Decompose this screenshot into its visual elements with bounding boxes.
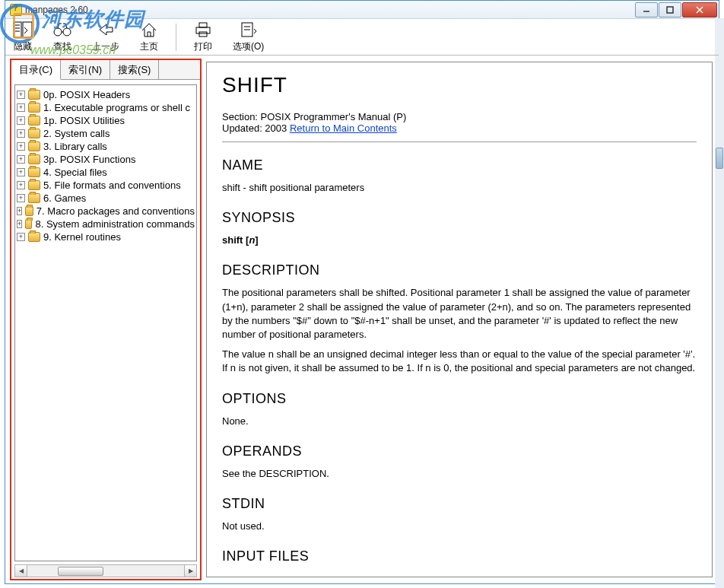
- maximize-button[interactable]: [659, 2, 681, 17]
- tree-label: 8. System administration commands: [35, 218, 195, 230]
- tree-item[interactable]: +4. Special files: [17, 166, 195, 179]
- tree-label: 2. System calls: [43, 128, 110, 139]
- folder-icon: [28, 90, 40, 100]
- expand-icon[interactable]: +: [17, 155, 25, 164]
- svg-point-10: [63, 28, 71, 36]
- scroll-thumb[interactable]: [58, 567, 103, 576]
- synopsis-text: shift [n]: [222, 234, 697, 247]
- expand-icon[interactable]: +: [17, 233, 25, 241]
- page-title: SHIFT: [222, 73, 697, 97]
- home-icon: [139, 21, 159, 39]
- folder-icon: [25, 219, 32, 229]
- help-file-icon: [10, 4, 22, 16]
- svg-rect-5: [23, 22, 32, 37]
- expand-icon[interactable]: +: [17, 91, 25, 99]
- tree-item[interactable]: +5. File formats and conventions: [17, 179, 195, 192]
- tree-item[interactable]: +8. System administration commands: [17, 218, 195, 230]
- folder-icon: [28, 167, 40, 177]
- expand-icon[interactable]: +: [17, 207, 22, 215]
- binoculars-icon: [52, 21, 72, 39]
- tree-item[interactable]: +6. Games: [17, 192, 195, 205]
- outer-scrollbar[interactable]: [715, 18, 724, 588]
- svg-rect-4: [14, 22, 21, 37]
- tree-item[interactable]: +0p. POSIX Headers: [17, 88, 195, 101]
- folder-icon: [28, 103, 40, 113]
- expand-icon[interactable]: +: [17, 129, 25, 138]
- navigation-pane: 目录(C) 索引(N) 搜索(S) +0p. POSIX Headers+1. …: [10, 59, 202, 580]
- folder-icon: [28, 141, 40, 151]
- tree-label: 3. Library calls: [43, 141, 107, 152]
- expand-icon[interactable]: +: [17, 103, 25, 112]
- tab-index[interactable]: 索引(N): [61, 60, 110, 79]
- section-description: DESCRIPTION: [222, 262, 697, 278]
- tree-item[interactable]: +2. System calls: [17, 127, 195, 140]
- toolbar-separator: [176, 24, 176, 51]
- options-icon: [239, 21, 259, 39]
- tab-search[interactable]: 搜索(S): [110, 60, 159, 79]
- tree-label: 5. File formats and conventions: [43, 180, 181, 191]
- return-link[interactable]: Return to Main Contents: [290, 122, 397, 134]
- section-options: OPTIONS: [222, 391, 697, 407]
- folder-icon: [28, 180, 40, 190]
- operands-text: See the DESCRIPTION.: [222, 467, 697, 481]
- svg-rect-12: [196, 27, 210, 33]
- tree-item[interactable]: +7. Macro packages and conventions: [17, 205, 195, 218]
- minimize-button[interactable]: [635, 2, 658, 17]
- expand-icon[interactable]: +: [17, 142, 25, 151]
- tree-label: 6. Games: [43, 192, 86, 204]
- description-p2: The value n shall be an unsigned decimal…: [222, 348, 697, 375]
- home-button[interactable]: 主页: [136, 19, 162, 55]
- svg-rect-13: [199, 23, 207, 27]
- section-operands: OPERANDS: [222, 443, 697, 459]
- scroll-right-icon[interactable]: ▶: [184, 565, 196, 577]
- page-meta: Section: POSIX Programmer's Manual (P) U…: [222, 111, 697, 134]
- section-synopsis: SYNOPSIS: [222, 210, 697, 226]
- toolbar: 隐藏 查找 上一步 主页 打印 选项(O): [5, 19, 719, 56]
- divider: [222, 141, 697, 142]
- svg-rect-14: [199, 32, 207, 37]
- tree-label: 4. Special files: [43, 167, 107, 178]
- options-text: None.: [222, 415, 697, 428]
- tree-label: 1. Executable programs or shell c: [43, 102, 190, 113]
- print-button[interactable]: 打印: [190, 19, 216, 55]
- contents-tree[interactable]: +0p. POSIX Headers+1. Executable program…: [14, 84, 197, 561]
- tab-contents[interactable]: 目录(C): [11, 60, 61, 80]
- printer-icon: [193, 21, 213, 39]
- horizontal-scrollbar[interactable]: ◀ ▶: [14, 564, 197, 577]
- svg-rect-1: [667, 7, 673, 13]
- back-button[interactable]: 上一步: [89, 19, 122, 55]
- outer-scroll-thumb[interactable]: [716, 148, 723, 169]
- find-button[interactable]: 查找: [49, 19, 75, 55]
- hide-button[interactable]: 隐藏: [10, 19, 36, 55]
- stdin-text: Not used.: [222, 520, 697, 533]
- window-title: manpages 2.60: [25, 5, 634, 15]
- folder-icon: [25, 206, 33, 216]
- titlebar[interactable]: manpages 2.60: [5, 1, 719, 19]
- back-arrow-icon: [96, 21, 116, 39]
- nav-tabs: 目录(C) 索引(N) 搜索(S): [11, 60, 200, 80]
- expand-icon[interactable]: +: [17, 116, 25, 125]
- tree-item[interactable]: +1p. POSIX Utilities: [17, 114, 195, 127]
- close-button[interactable]: [682, 2, 717, 17]
- tree-item[interactable]: +1. Executable programs or shell c: [17, 101, 195, 114]
- name-text: shift - shift positional parameters: [222, 181, 697, 195]
- tree-item[interactable]: +3. Library calls: [17, 140, 195, 153]
- expand-icon[interactable]: +: [17, 220, 22, 228]
- folder-icon: [28, 232, 40, 242]
- folder-icon: [28, 129, 40, 138]
- svg-point-9: [54, 28, 62, 36]
- options-button[interactable]: 选项(O): [230, 19, 267, 55]
- expand-icon[interactable]: +: [17, 194, 25, 202]
- tree-label: 3p. POSIX Functions: [43, 154, 135, 165]
- scroll-left-icon[interactable]: ◀: [15, 565, 27, 577]
- folder-icon: [28, 193, 40, 203]
- app-window: manpages 2.60 隐藏 查找 上一步 主页 打印: [5, 0, 719, 584]
- expand-icon[interactable]: +: [17, 168, 25, 176]
- tree-item[interactable]: +3p. POSIX Functions: [17, 153, 195, 166]
- expand-icon[interactable]: +: [17, 181, 25, 189]
- tree-item[interactable]: +9. Kernel routines: [17, 230, 195, 243]
- window-controls: [634, 2, 717, 17]
- tree-label: 9. Kernel routines: [43, 231, 121, 243]
- section-stdin: STDIN: [222, 496, 697, 512]
- content-pane[interactable]: SHIFT Section: POSIX Programmer's Manual…: [206, 62, 713, 577]
